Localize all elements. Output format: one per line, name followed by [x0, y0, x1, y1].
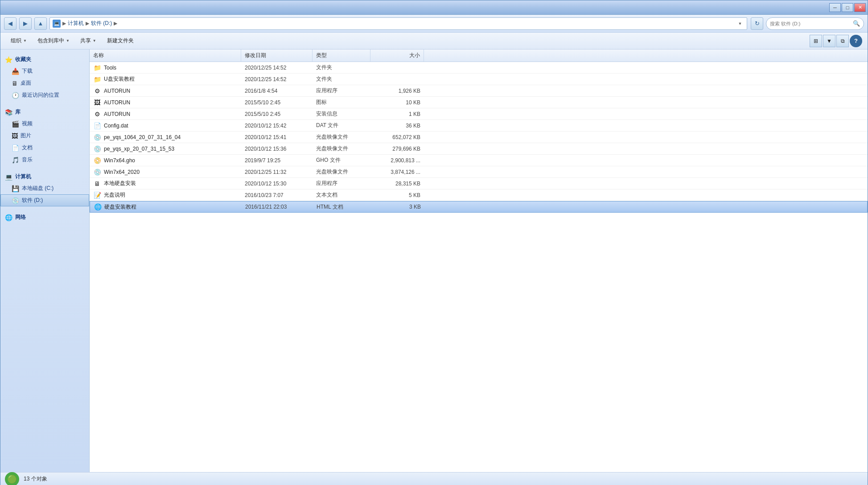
file-size-cell: 1,926 KB [370, 88, 424, 94]
sidebar-item-drive-d[interactable]: 💿 软件 (D:) [0, 194, 89, 206]
view-icon: ⊞ [814, 38, 818, 44]
search-icon: 🔍 [853, 20, 860, 27]
include-library-button[interactable]: 包含到库中 ▼ [33, 34, 74, 48]
sidebar-item-documents[interactable]: 📄 文档 [0, 142, 89, 154]
sidebar-item-download[interactable]: 📥 下载 [0, 65, 89, 77]
column-header-name[interactable]: 名称 [90, 49, 241, 62]
file-name-cell: ⚙ AUTORUN [90, 110, 241, 118]
breadcrumb-dropdown-icon[interactable]: ▼ [736, 20, 744, 28]
file-date-cell: 2016/1/8 4:54 [241, 88, 313, 94]
file-name-cell: 📁 U盘安装教程 [90, 75, 241, 83]
view-dropdown-button[interactable]: ▼ [823, 35, 835, 47]
share-button[interactable]: 共享 ▼ [75, 34, 101, 48]
file-name-cell: ⚙ AUTORUN [90, 87, 241, 95]
organize-arrow-icon: ▼ [23, 39, 27, 43]
sidebar-item-drive-c[interactable]: 💾 本地磁盘 (C:) [0, 182, 89, 194]
file-name-cell: 📝 光盘说明 [90, 191, 241, 199]
close-button[interactable]: ✕ [854, 3, 866, 12]
search-bar[interactable]: 🔍 [766, 17, 864, 30]
sidebar-computer-header[interactable]: 💻 计算机 [0, 171, 89, 182]
network-label: 网络 [15, 214, 26, 221]
desktop-icon: 🖥 [12, 80, 18, 87]
minimize-button[interactable]: ─ [829, 3, 841, 12]
recent-label: 最近访问的位置 [22, 91, 59, 99]
new-folder-button[interactable]: 新建文件夹 [102, 34, 139, 48]
file-list-area: 名称 修改日期 类型 大小 📁 Tools 2020/12/25 14:52 [90, 49, 868, 472]
table-row[interactable]: 📝 光盘说明 2016/10/23 7:07 文本文档 5 KB [90, 189, 868, 201]
table-row[interactable]: 📁 U盘安装教程 2020/12/25 14:52 文件夹 [90, 74, 868, 85]
table-row[interactable]: 🌐 硬盘安装教程 2016/11/21 22:03 HTML 文档 3 KB [90, 201, 868, 213]
sidebar-item-desktop[interactable]: 🖥 桌面 [0, 77, 89, 89]
preview-pane-button[interactable]: ⧉ [836, 35, 849, 47]
help-button[interactable]: ? [850, 35, 862, 47]
breadcrumb-computer[interactable]: 计算机 [68, 20, 84, 27]
column-header-size[interactable]: 大小 [370, 49, 424, 62]
sidebar-library-header[interactable]: 📚 库 [0, 107, 89, 118]
back-button[interactable]: ◀ [4, 17, 16, 30]
address-breadcrumb[interactable]: 💻 ▶ 计算机 ▶ 软件 (D:) ▶ ▼ [49, 17, 747, 30]
breadcrumb-separator-2: ▶ [86, 21, 89, 26]
file-date-cell: 2020/10/12 15:30 [241, 181, 313, 187]
file-icon: 📁 [93, 75, 101, 83]
column-header-type[interactable]: 类型 [313, 49, 370, 62]
column-header-modified[interactable]: 修改日期 [241, 49, 313, 62]
refresh-button[interactable]: ↻ [751, 17, 763, 30]
file-name-text: U盘安装教程 [104, 75, 135, 83]
file-size-cell: 279,696 KB [370, 146, 424, 152]
drive-d-icon: 💿 [12, 197, 19, 204]
table-row[interactable]: 🖥 本地硬盘安装 2020/10/12 15:30 应用程序 28,315 KB [90, 178, 868, 189]
video-label: 视频 [22, 120, 33, 127]
organize-button[interactable]: 组织 ▼ [6, 34, 32, 48]
table-row[interactable]: 💿 pe_yqs_xp_20_07_31_15_53 2020/10/12 15… [90, 143, 868, 155]
share-arrow-icon: ▼ [93, 39, 96, 43]
table-row[interactable]: 💿 Win7x64_2020 2020/12/25 11:32 光盘映像文件 3… [90, 166, 868, 178]
sidebar-network-header[interactable]: 🌐 网络 [0, 212, 89, 223]
file-size-cell: 28,315 KB [370, 181, 424, 187]
drive-c-label: 本地磁盘 (C:) [22, 185, 53, 192]
file-icon: 💿 [93, 145, 101, 153]
table-row[interactable]: 🖼 AUTORUN 2015/5/10 2:45 图标 10 KB [90, 97, 868, 108]
sidebar-favorites-header[interactable]: ⭐ 收藏夹 [0, 54, 89, 65]
table-row[interactable]: 💿 pe_yqs_1064_20_07_31_16_04 2020/10/12 … [90, 132, 868, 143]
table-row[interactable]: 📄 Config.dat 2020/10/12 15:42 DAT 文件 36 … [90, 120, 868, 132]
file-type-cell: DAT 文件 [313, 122, 370, 129]
table-row[interactable]: 📁 Tools 2020/12/25 14:52 文件夹 [90, 62, 868, 74]
maximize-button[interactable]: □ [842, 3, 853, 12]
view-dropdown-icon: ▼ [827, 38, 832, 44]
sidebar-item-pictures[interactable]: 🖼 图片 [0, 130, 89, 142]
file-date-cell: 2020/10/12 15:36 [241, 146, 313, 152]
file-size-cell: 1 KB [370, 111, 424, 117]
file-icon: 💿 [93, 133, 101, 141]
file-size-cell: 10 KB [370, 99, 424, 106]
search-input[interactable] [770, 21, 851, 26]
file-name-text: AUTORUN [104, 88, 130, 94]
sidebar-item-recent[interactable]: 🕐 最近访问的位置 [0, 89, 89, 101]
file-type-cell: 光盘映像文件 [313, 168, 370, 176]
organize-label: 组织 [11, 37, 21, 45]
file-date-cell: 2020/10/12 15:42 [241, 123, 313, 129]
up-button[interactable]: ▲ [34, 17, 47, 30]
window: ─ □ ✕ ◀ ▶ ▲ 💻 ▶ 计算机 ▶ 软件 (D:) ▶ ▼ ↻ 🔍 组织… [0, 0, 868, 485]
library-icon: 📚 [5, 109, 12, 116]
sidebar-item-video[interactable]: 🎬 视频 [0, 118, 89, 130]
status-app-icon: 🟢 [5, 472, 19, 485]
breadcrumb-drive[interactable]: 软件 (D:) [91, 20, 112, 27]
new-folder-label: 新建文件夹 [107, 37, 134, 45]
file-icon: 📀 [93, 156, 101, 164]
recent-icon: 🕐 [12, 92, 19, 99]
favorites-label: 收藏夹 [15, 56, 31, 63]
file-name-cell: 💿 Win7x64_2020 [90, 168, 241, 176]
sidebar-item-music[interactable]: 🎵 音乐 [0, 154, 89, 166]
table-row[interactable]: ⚙ AUTORUN 2015/5/10 2:45 安装信息 1 KB [90, 108, 868, 120]
sidebar-favorites-section: ⭐ 收藏夹 📥 下载 🖥 桌面 🕐 最近访问的位置 [0, 54, 89, 101]
table-row[interactable]: ⚙ AUTORUN 2016/1/8 4:54 应用程序 1,926 KB [90, 85, 868, 97]
file-icon: 📄 [93, 122, 101, 130]
toolbar: 组织 ▼ 包含到库中 ▼ 共享 ▼ 新建文件夹 ⊞ ▼ ⧉ ? [0, 33, 868, 49]
computer-label: 计算机 [15, 173, 31, 181]
file-date-cell: 2019/9/7 19:25 [241, 157, 313, 164]
sidebar-library-section: 📚 库 🎬 视频 🖼 图片 📄 文档 🎵 音乐 [0, 107, 89, 166]
view-toggle-button[interactable]: ⊞ [810, 35, 822, 47]
forward-button[interactable]: ▶ [19, 17, 32, 30]
documents-icon: 📄 [12, 144, 19, 152]
table-row[interactable]: 📀 Win7x64.gho 2019/9/7 19:25 GHO 文件 2,90… [90, 155, 868, 166]
